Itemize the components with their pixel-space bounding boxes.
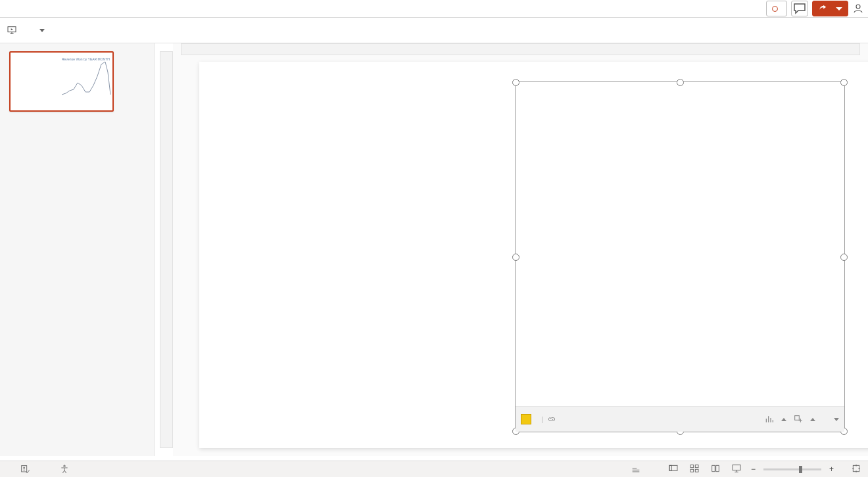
status-bar: − + bbox=[0, 461, 868, 477]
chart-footer: | bbox=[516, 406, 844, 432]
zoom-out-button[interactable]: − bbox=[751, 465, 756, 474]
chevron-down-icon[interactable] bbox=[834, 418, 839, 421]
svg-rect-8 bbox=[690, 465, 694, 467]
sorter-view-button[interactable] bbox=[688, 462, 701, 477]
svg-point-5 bbox=[64, 465, 66, 467]
comments-button[interactable] bbox=[791, 1, 808, 16]
add-visual-icon[interactable] bbox=[793, 414, 804, 424]
powerbi-chart-object[interactable]: | bbox=[515, 81, 845, 432]
zoom-in-button[interactable]: + bbox=[829, 465, 834, 474]
chevron-up-icon[interactable] bbox=[810, 418, 815, 421]
present-from-beginning-icon bbox=[7, 25, 17, 35]
spellcheck-icon bbox=[20, 464, 30, 474]
reading-view-button[interactable] bbox=[709, 462, 722, 477]
accessibility-icon bbox=[59, 464, 70, 474]
slide-editor[interactable]: | bbox=[173, 43, 868, 456]
slideshow-view-button[interactable] bbox=[730, 462, 743, 477]
bar-chart-icon[interactable] bbox=[764, 414, 775, 424]
svg-rect-11 bbox=[695, 469, 698, 472]
zoom-thumb[interactable] bbox=[799, 466, 802, 473]
slide-thumbnail-1[interactable]: Revenue Won by YEAR MONTH bbox=[9, 51, 114, 112]
share-button[interactable] bbox=[812, 1, 848, 16]
notes-icon bbox=[631, 464, 641, 474]
share-icon bbox=[818, 4, 827, 13]
resize-handle[interactable] bbox=[840, 79, 848, 86]
thumbnail-panel[interactable]: Revenue Won by YEAR MONTH bbox=[0, 43, 155, 456]
svg-rect-3 bbox=[795, 416, 800, 420]
svg-text:Revenue Won by YEAR MONTH: Revenue Won by YEAR MONTH bbox=[62, 57, 110, 61]
resize-handle[interactable] bbox=[840, 254, 848, 261]
chevron-down-icon bbox=[836, 7, 842, 11]
tab-shape-format[interactable] bbox=[5, 11, 21, 17]
svg-point-0 bbox=[856, 5, 860, 9]
horizontal-ruler bbox=[181, 43, 860, 55]
chart-plot bbox=[525, 98, 840, 367]
user-icon[interactable] bbox=[852, 3, 864, 14]
record-button[interactable] bbox=[766, 1, 787, 16]
svg-rect-6 bbox=[669, 465, 677, 470]
comment-icon bbox=[792, 1, 808, 16]
zoom-slider[interactable] bbox=[763, 468, 821, 470]
svg-rect-13 bbox=[853, 465, 859, 471]
normal-view-button[interactable] bbox=[667, 462, 680, 477]
svg-rect-12 bbox=[733, 465, 740, 470]
quick-access-bar bbox=[0, 18, 868, 43]
ribbon-tabs bbox=[0, 0, 868, 18]
resize-handle[interactable] bbox=[677, 79, 684, 86]
chevron-up-icon[interactable] bbox=[781, 418, 786, 421]
svg-rect-7 bbox=[669, 465, 671, 470]
resize-handle[interactable] bbox=[512, 254, 519, 261]
resize-handle[interactable] bbox=[512, 79, 519, 86]
fit-to-window-button[interactable] bbox=[850, 462, 863, 477]
accessibility-button[interactable] bbox=[59, 464, 73, 474]
svg-rect-9 bbox=[695, 465, 698, 467]
workspace: Revenue Won by YEAR MONTH bbox=[0, 43, 868, 456]
slide-canvas[interactable]: | bbox=[199, 62, 868, 448]
powerbi-icon bbox=[521, 414, 531, 424]
spellcheck-button[interactable] bbox=[20, 464, 30, 474]
thumb-preview-icon: Revenue Won by YEAR MONTH bbox=[11, 53, 112, 110]
vertical-ruler bbox=[155, 43, 173, 456]
link-icon bbox=[547, 415, 556, 424]
svg-rect-10 bbox=[690, 469, 694, 472]
chevron-down-icon[interactable] bbox=[39, 29, 45, 32]
notes-button[interactable] bbox=[631, 464, 644, 474]
record-dot-icon bbox=[772, 6, 778, 12]
